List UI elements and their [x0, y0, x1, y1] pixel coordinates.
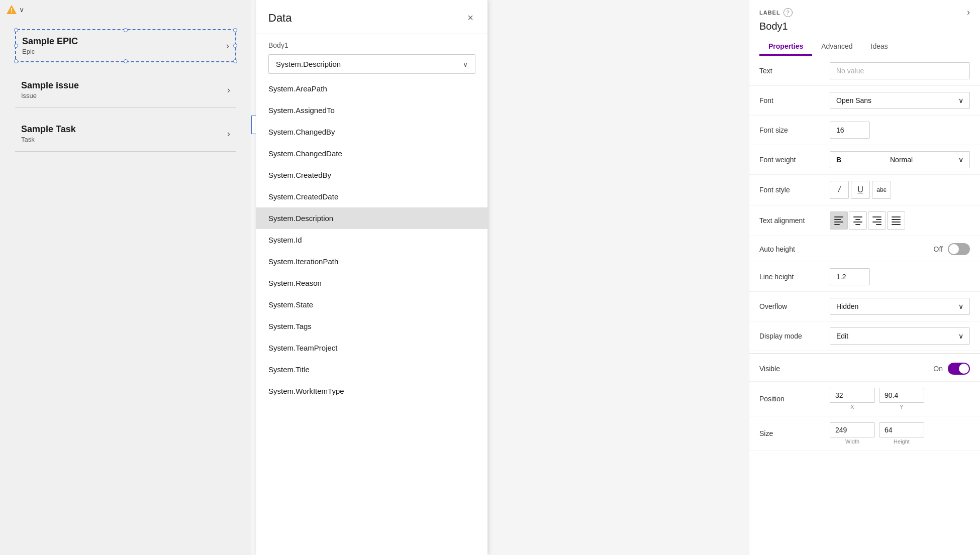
auto-height-toggle-label: Off	[934, 245, 943, 253]
dropdown-item-areapath[interactable]: System.AreaPath	[256, 78, 487, 99]
canvas-toolbar: ! ∨	[0, 0, 251, 19]
canvas-collapse-chevron[interactable]: ∨	[19, 6, 24, 14]
overflow-select[interactable]: Hidden ∨	[830, 298, 970, 315]
display-mode-select[interactable]: Edit ∨	[830, 327, 970, 345]
visible-toggle-label: On	[933, 365, 943, 373]
data-panel-close-button[interactable]: ×	[465, 10, 475, 26]
props-row-visible: Visible On	[749, 356, 980, 382]
display-mode-value: Edit ∨	[830, 327, 970, 345]
align-center-icon	[853, 216, 862, 225]
canvas-spacer	[15, 108, 236, 116]
epic-subtitle: Epic	[22, 48, 229, 55]
visible-toggle-knob	[959, 364, 969, 374]
canvas-item-issue[interactable]: Sample issue Issue ›	[15, 72, 236, 108]
dropdown-item-teamproject[interactable]: System.TeamProject	[256, 337, 487, 359]
task-title: Sample Task	[21, 124, 218, 135]
dropdown-item-createddate[interactable]: System.CreatedDate	[256, 186, 487, 207]
visible-label: Visible	[759, 365, 830, 373]
props-row-font-weight: Font weight B Normal ∨	[749, 145, 980, 175]
line-height-value: 1.2	[830, 268, 970, 285]
resize-handle-mr[interactable]	[233, 44, 237, 48]
visible-toggle[interactable]	[948, 363, 970, 375]
epic-arrow-icon[interactable]: ›	[226, 41, 229, 51]
text-align-buttons	[830, 211, 905, 230]
auto-height-toggle-container: Off	[830, 243, 970, 255]
dropdown-item-changedby[interactable]: System.ChangedBy	[256, 121, 487, 143]
font-weight-chevron: ∨	[958, 156, 963, 164]
dropdown-item-createdby[interactable]: System.CreatedBy	[256, 164, 487, 186]
font-style-label: Font style	[759, 186, 830, 194]
resize-handle-tm[interactable]	[124, 28, 128, 32]
dropdown-item-changeddate[interactable]: System.ChangedDate	[256, 143, 487, 164]
resize-handle-bl[interactable]	[14, 59, 18, 63]
text-align-right-button[interactable]	[868, 211, 886, 230]
text-align-justify-button[interactable]	[887, 211, 905, 230]
size-height-input[interactable]: 64	[879, 422, 924, 437]
font-style-strikethrough-button[interactable]: abc	[872, 181, 891, 199]
tab-properties[interactable]: Properties	[759, 38, 812, 56]
auto-height-toggle[interactable]	[948, 243, 970, 255]
text-input[interactable]: No value	[830, 62, 970, 79]
resize-handle-bm[interactable]	[124, 59, 128, 63]
tab-ideas[interactable]: Ideas	[862, 38, 897, 56]
resize-handle-tl[interactable]	[14, 28, 18, 32]
dropdown-item-title[interactable]: System.Title	[256, 359, 487, 380]
dropdown-item-state[interactable]: System.State	[256, 294, 487, 315]
size-width-label: Width	[830, 438, 875, 445]
props-row-text-alignment: Text alignment	[749, 205, 980, 236]
props-panel-label-row: LABEL ? ›	[759, 7, 970, 18]
position-y-group: 90.4 Y	[879, 388, 924, 410]
props-row-size: Size 249 Width 64 Height	[749, 416, 980, 451]
font-style-underline-button[interactable]: U	[851, 181, 870, 199]
props-row-font-style: Font style / U abc	[749, 175, 980, 205]
position-x-input[interactable]: 32	[830, 388, 875, 403]
font-select-chevron: ∨	[958, 96, 963, 104]
size-height-group: 64 Height	[879, 422, 924, 445]
dropdown-item-assignedto[interactable]: System.AssignedTo	[256, 99, 487, 121]
overflow-label: Overflow	[759, 302, 830, 310]
dropdown-list: System.AreaPath System.AssignedTo System…	[256, 78, 487, 402]
canvas-items: Sample EPIC Epic › Sample issue Issue › …	[0, 19, 251, 162]
font-size-input[interactable]: 16	[830, 122, 870, 139]
epic-title: Sample EPIC	[22, 36, 229, 47]
size-width-input[interactable]: 249	[830, 422, 875, 437]
resize-handle-ml[interactable]	[14, 44, 18, 48]
font-size-value: 16	[830, 122, 970, 139]
position-label: Position	[759, 395, 830, 403]
props-row-font: Font Open Sans ∨	[749, 86, 980, 116]
font-select[interactable]: Open Sans ∨	[830, 92, 970, 109]
text-align-center-button[interactable]	[849, 211, 867, 230]
size-label: Size	[759, 429, 830, 437]
dropdown-item-reason[interactable]: System.Reason	[256, 272, 487, 294]
canvas-item-epic[interactable]: Sample EPIC Epic ›	[15, 29, 236, 62]
position-x-label: X	[830, 404, 875, 410]
text-align-left-button[interactable]	[830, 211, 848, 230]
data-dropdown-field[interactable]: System.Description ∨	[268, 54, 475, 74]
position-y-input[interactable]: 90.4	[879, 388, 924, 403]
display-mode-label: Display mode	[759, 332, 830, 340]
props-panel-component-name: Body1	[759, 21, 970, 32]
font-value: Open Sans ∨	[830, 92, 970, 109]
resize-handle-tr[interactable]	[233, 28, 237, 32]
overflow-value: Hidden ∨	[830, 298, 970, 315]
text-alignment-label: Text alignment	[759, 216, 830, 225]
dropdown-item-iterationpath[interactable]: System.IterationPath	[256, 251, 487, 272]
auto-height-label: Auto height	[759, 245, 830, 253]
size-height-label: Height	[879, 438, 924, 445]
props-row-text: Text No value	[749, 56, 980, 86]
text-value: No value	[830, 62, 970, 79]
dropdown-item-tags[interactable]: System.Tags	[256, 315, 487, 337]
canvas-item-task[interactable]: Sample Task Task ›	[15, 116, 236, 152]
line-height-input[interactable]: 1.2	[830, 268, 870, 285]
line-height-label: Line height	[759, 273, 830, 281]
help-icon[interactable]: ?	[783, 8, 793, 17]
props-row-font-size: Font size 16	[749, 116, 980, 145]
resize-handle-br[interactable]	[233, 59, 237, 63]
dropdown-item-workitemtype[interactable]: System.WorkItemType	[256, 380, 487, 402]
dropdown-item-description[interactable]: System.Description	[256, 207, 487, 229]
props-panel-expand-icon[interactable]: ›	[967, 7, 970, 18]
tab-advanced[interactable]: Advanced	[812, 38, 861, 56]
font-style-italic-button[interactable]: /	[830, 181, 849, 199]
font-weight-select[interactable]: B Normal ∨	[830, 151, 970, 168]
dropdown-item-id[interactable]: System.Id	[256, 229, 487, 251]
